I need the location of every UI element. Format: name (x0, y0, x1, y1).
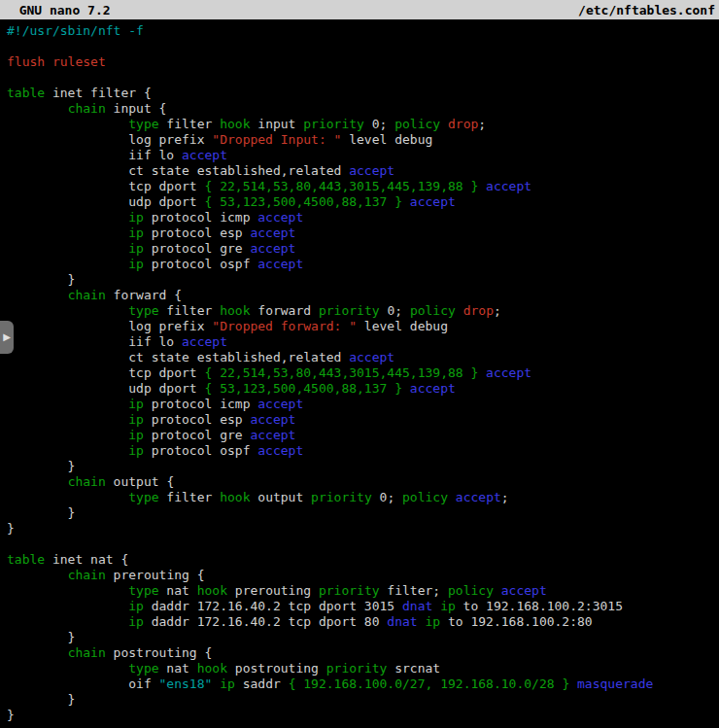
syntax-token: udp dport (7, 381, 205, 396)
syntax-token: accept (182, 148, 227, 162)
code-line: } (7, 708, 719, 723)
syntax-token: chain (68, 568, 106, 582)
syntax-token: 0; (364, 117, 394, 131)
syntax-token: chain (68, 101, 106, 116)
syntax-token: log prefix (7, 319, 212, 333)
syntax-token: priority (319, 583, 380, 598)
syntax-token: { 192.168.100.0/27, 192.168.10.0/28 } (289, 676, 570, 691)
syntax-token: } (7, 521, 15, 536)
code-line: ip daddr 172.16.40.2 tcp dport 80 dnat i… (7, 614, 719, 630)
syntax-token (7, 117, 128, 131)
code-line: log prefix "Dropped Input: " level debug (7, 132, 719, 148)
syntax-token: to 192.168.100.2:3015 (456, 599, 623, 613)
code-line: type filter hook output priority 0; poli… (7, 490, 719, 505)
syntax-token: ip (425, 614, 440, 629)
syntax-token: type (128, 490, 158, 504)
syntax-token: level debug (357, 319, 448, 333)
terminal-window: GNU nano 7.2 /etc/nftables.conf #!/usr/s… (0, 0, 719, 728)
syntax-token (7, 645, 68, 660)
syntax-token: ; (494, 303, 501, 318)
editor-screen[interactable]: #!/usr/sbin/nft -fflush rulesettable ine… (0, 19, 719, 723)
syntax-token: policy (394, 117, 440, 131)
syntax-token: protocol esp (144, 225, 251, 240)
code-line: iif lo accept (7, 334, 719, 350)
syntax-token: protocol esp (144, 412, 251, 427)
syntax-token: ip (128, 210, 144, 225)
syntax-token (7, 257, 128, 271)
syntax-token: tcp dport (7, 179, 205, 193)
syntax-token: tcp dport (7, 365, 205, 380)
code-line: chain prerouting { (7, 568, 719, 583)
syntax-token: 0; (372, 490, 402, 504)
syntax-token: prerouting { (106, 568, 205, 582)
syntax-token (7, 443, 128, 458)
nano-titlebar: GNU nano 7.2 /etc/nftables.conf (0, 0, 719, 19)
syntax-token: nat (159, 583, 197, 598)
code-line: chain forward { (7, 288, 719, 303)
syntax-token: dnat (402, 599, 432, 613)
syntax-token: ip (128, 397, 144, 411)
code-line: ip protocol ospf accept (7, 257, 719, 272)
syntax-token (432, 599, 440, 613)
syntax-token: ip (128, 443, 144, 458)
syntax-token: priority (319, 303, 380, 318)
syntax-token: accept (486, 179, 531, 193)
syntax-token (7, 412, 128, 427)
code-line: } (7, 521, 719, 537)
syntax-token: policy (402, 490, 448, 504)
code-line: udp dport { 53,123,500,4500,88,137 } acc… (7, 194, 719, 210)
syntax-token: ip (128, 599, 144, 613)
syntax-token: daddr 172.16.40.2 tcp dport 80 (144, 614, 387, 629)
novnc-control-bar-handle[interactable]: ▶ (0, 321, 14, 354)
code-line: type filter hook input priority 0; polic… (7, 117, 719, 132)
syntax-token: udp dport (7, 194, 205, 209)
syntax-token: chain (68, 474, 106, 489)
syntax-token: level debug (341, 132, 432, 147)
syntax-token: chain (68, 645, 106, 660)
syntax-token: filter; (380, 583, 448, 598)
syntax-token: accept (410, 381, 456, 396)
code-line: chain postrouting { (7, 645, 719, 661)
code-line: } (7, 459, 719, 474)
syntax-token: } (7, 505, 75, 520)
syntax-token: hook (220, 490, 250, 504)
syntax-token: #!/usr/sbin/nft -f (7, 23, 144, 38)
syntax-token: accept (486, 365, 531, 380)
syntax-token (7, 661, 128, 676)
code-line: ip protocol esp accept (7, 412, 719, 428)
syntax-token: masquerade (577, 676, 653, 691)
syntax-token: flush ruleset (7, 54, 106, 69)
code-line (7, 70, 719, 86)
syntax-token (7, 225, 128, 240)
syntax-token: type (128, 303, 158, 318)
code-line: #!/usr/sbin/nft -f (7, 23, 719, 39)
syntax-token: "ens18" (159, 676, 213, 691)
syntax-token: hook (220, 117, 250, 131)
code-line: ct state established,related accept (7, 163, 719, 179)
syntax-token: ip (128, 225, 144, 240)
syntax-token (478, 179, 486, 193)
code-line (7, 537, 719, 552)
syntax-token: { 22,514,53,80,443,3015,445,139,88 } (205, 365, 479, 380)
syntax-token: accept (250, 428, 295, 442)
syntax-token: accept (456, 490, 501, 504)
code-line: tcp dport { 22,514,53,80,443,3015,445,13… (7, 365, 719, 381)
syntax-token: ip (128, 257, 144, 271)
code-line: ip protocol ospf accept (7, 443, 719, 459)
syntax-token: accept (501, 583, 547, 598)
syntax-token: ct state established,related (7, 163, 349, 178)
syntax-token: saddr (235, 676, 289, 691)
syntax-token: priority (326, 661, 388, 676)
code-line: } (7, 272, 719, 288)
syntax-token: postrouting { (106, 645, 213, 660)
syntax-token (7, 568, 68, 582)
nano-version: GNU nano 7.2 (4, 3, 111, 17)
syntax-token: ; (501, 490, 509, 504)
syntax-token: hook (220, 303, 250, 318)
syntax-token: } (7, 708, 15, 722)
syntax-token: policy (448, 583, 494, 598)
syntax-token: accept (257, 257, 303, 271)
syntax-token (456, 303, 463, 318)
code-line: chain input { (7, 101, 719, 117)
syntax-token: dnat (387, 614, 417, 629)
